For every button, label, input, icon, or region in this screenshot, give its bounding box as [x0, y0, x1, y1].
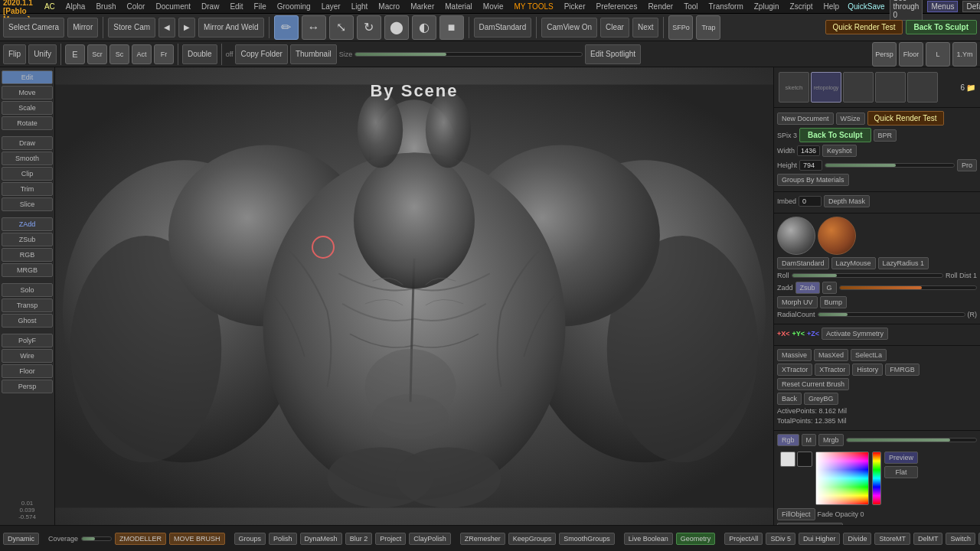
- rotate-mode-btn[interactable]: ↻: [357, 15, 381, 40]
- radial-slider[interactable]: [818, 312, 965, 317]
- quicksave-btn[interactable]: QuickSave: [848, 2, 884, 11]
- quick-render-btn[interactable]: Quick Render Test: [867, 111, 944, 126]
- g-btn[interactable]: G: [822, 282, 837, 294]
- new-document-btn[interactable]: New Document: [777, 112, 834, 125]
- left-btn-rgb[interactable]: RGB: [2, 248, 53, 262]
- zadd-slider[interactable]: [839, 285, 977, 290]
- zsub-btn[interactable]: Zsub: [795, 282, 820, 294]
- rgb-btn[interactable]: Rgb: [777, 434, 799, 446]
- sdiv-btn[interactable]: SDiv 5: [766, 533, 795, 545]
- left-btn-poly-f[interactable]: PolyF: [2, 334, 53, 347]
- groups-mats-btn[interactable]: Groups By Materials: [777, 174, 849, 186]
- menu-layer[interactable]: Layer: [319, 2, 343, 11]
- move-brush-btn[interactable]: MOVE BRUSH: [169, 533, 225, 545]
- reset-brush-btn[interactable]: Reset Current Brush: [777, 378, 849, 390]
- folder-icon[interactable]: 📁: [966, 83, 975, 92]
- left-btn-mrgb[interactable]: MRGB: [2, 263, 53, 277]
- left-btn-persp[interactable]: Persp: [2, 380, 53, 393]
- menu-material[interactable]: Material: [443, 2, 475, 11]
- project-bottom-btn[interactable]: Project: [375, 533, 406, 545]
- divide-btn[interactable]: Divide: [843, 533, 871, 545]
- thumb-4[interactable]: [875, 72, 906, 103]
- edit-spotlight-btn[interactable]: Edit Spotlight: [585, 44, 641, 64]
- masxed-btn[interactable]: MasXed: [814, 349, 848, 361]
- menu-file[interactable]: File: [252, 2, 269, 11]
- dynamic-btn[interactable]: Dynamic: [3, 533, 39, 545]
- coverage-slider[interactable]: [81, 536, 112, 541]
- axis-x[interactable]: +X<: [777, 330, 790, 337]
- history-btn[interactable]: History: [852, 364, 883, 376]
- back-sculpt-btn2[interactable]: Back To Sculpt: [799, 128, 871, 142]
- actual-icon[interactable]: Act: [132, 44, 152, 64]
- thumb-retopo[interactable]: retopology: [811, 72, 841, 103]
- height-slider[interactable]: [825, 163, 955, 168]
- brush-icon-btn[interactable]: ⬤: [384, 15, 409, 40]
- left-btn-move[interactable]: Move: [2, 86, 53, 99]
- thumb-5[interactable]: [907, 72, 938, 103]
- flip-btn[interactable]: Flip: [3, 44, 26, 64]
- left-btn-zsub[interactable]: ZSub: [2, 233, 53, 246]
- store-mt-btn[interactable]: StoreMT: [874, 533, 910, 545]
- rgb-slider[interactable]: [846, 438, 977, 442]
- geometry-bottom-btn[interactable]: Geometry: [676, 533, 716, 545]
- clear-btn[interactable]: Clear: [600, 18, 629, 37]
- fill-object-btn[interactable]: FillObject: [777, 508, 815, 520]
- left-btn-zadd[interactable]: ZAdd: [2, 217, 53, 231]
- thumb-3[interactable]: [843, 72, 874, 103]
- menu-movie[interactable]: Movie: [481, 2, 506, 11]
- floor-btn[interactable]: Floor: [899, 42, 923, 67]
- brush-sphere-orange[interactable]: [818, 217, 856, 255]
- trap-btn[interactable]: Trap: [696, 15, 720, 40]
- persp-btn[interactable]: Persp: [872, 42, 897, 67]
- menu-light[interactable]: Light: [349, 2, 371, 11]
- unify-btn[interactable]: Unify: [28, 44, 57, 64]
- l-btn[interactable]: L: [926, 42, 950, 67]
- menu-alpha[interactable]: Alpha: [64, 2, 88, 11]
- menu-macro[interactable]: Macro: [376, 2, 402, 11]
- mirror-btn[interactable]: Mirror: [67, 18, 98, 37]
- menu-transform[interactable]: Transform: [707, 2, 746, 11]
- copy-folder-btn[interactable]: Copy Folder: [235, 44, 287, 64]
- menu-document[interactable]: Document: [153, 2, 193, 11]
- thumbnail-btn[interactable]: Thumbnail: [290, 44, 337, 64]
- left-btn-trim[interactable]: Trim: [2, 182, 53, 196]
- lazy-radius-btn[interactable]: LazyRadius 1: [878, 257, 929, 269]
- menu-grooming[interactable]: Grooming: [275, 2, 313, 11]
- roll-slider[interactable]: [792, 273, 943, 278]
- imbed-value[interactable]: 0: [799, 196, 822, 207]
- quick-render-test-btn[interactable]: Quick Render Test: [825, 20, 902, 34]
- menu-brush[interactable]: Brush: [93, 2, 118, 11]
- bump-btn[interactable]: Bump: [820, 296, 848, 308]
- pro-btn[interactable]: Pro: [957, 159, 977, 171]
- width-value[interactable]: 1436: [797, 145, 820, 156]
- zremesher-btn[interactable]: ZRemesher: [460, 533, 505, 545]
- left-btn-draw[interactable]: Draw: [2, 136, 53, 150]
- sfpu-btn[interactable]: SFPo: [668, 15, 693, 40]
- black-swatch[interactable]: [797, 452, 812, 467]
- axis-z[interactable]: +Z<: [807, 330, 819, 337]
- back-to-sculpt-btn[interactable]: Back To Sculpt: [906, 20, 978, 34]
- selectla-btn[interactable]: SelectLa: [851, 349, 887, 361]
- left-btn-edit[interactable]: Edit: [2, 70, 53, 84]
- blur-btn[interactable]: Blur 2: [345, 533, 373, 545]
- scale-icon[interactable]: Sc: [109, 44, 129, 64]
- left-btn-slice[interactable]: Slice: [2, 197, 53, 211]
- activate-symmetry-btn[interactable]: Activate Symmetry: [822, 328, 888, 340]
- wsize-btn[interactable]: WSize: [836, 112, 865, 125]
- massive-btn[interactable]: Massive: [777, 349, 812, 361]
- left-btn-smooth[interactable]: Smooth: [2, 152, 53, 165]
- double-btn[interactable]: Double: [182, 44, 217, 64]
- menu-edit[interactable]: Edit: [227, 2, 245, 11]
- polish-btn[interactable]: Polish: [269, 533, 297, 545]
- mirror-weld-btn[interactable]: Mirror And Weld: [198, 18, 264, 37]
- left-btn-rotate[interactable]: Rotate: [2, 116, 53, 130]
- height-value[interactable]: 794: [799, 160, 822, 171]
- thumb-sketch[interactable]: sketch: [779, 72, 809, 103]
- default-zscript-btn[interactable]: DefaultZScript: [962, 1, 980, 12]
- zmodeller-btn[interactable]: ZMODELLER: [115, 533, 166, 545]
- sym-btn[interactable]: 1.Ym: [952, 42, 977, 67]
- live-boolean-btn[interactable]: Live Boolean: [624, 533, 673, 545]
- dynamesh-btn[interactable]: DynaMesh: [300, 533, 342, 545]
- frame-icon[interactable]: Fr: [154, 44, 174, 64]
- mask-polypaint-btn[interactable]: Mask By Polypaint: [777, 523, 843, 525]
